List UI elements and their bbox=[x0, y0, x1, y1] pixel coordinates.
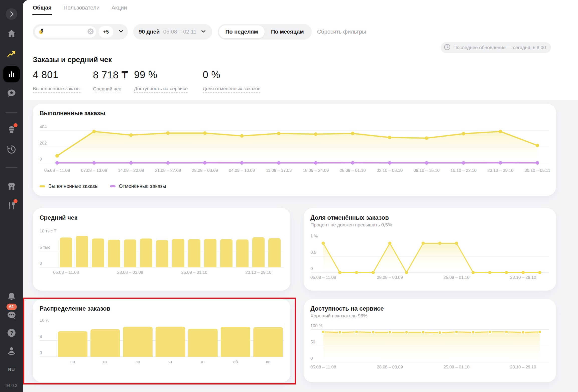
svg-text:28.08 – 03.09: 28.08 – 03.09 bbox=[377, 275, 403, 280]
sidebar-expand-button[interactable] bbox=[0, 6, 23, 22]
microphone-person-icon bbox=[7, 346, 16, 355]
period-range: 05.08 – 02.11 bbox=[163, 29, 197, 35]
stat-label[interactable]: Средний чек bbox=[93, 86, 121, 93]
chat-star-icon bbox=[7, 88, 16, 98]
tab-general[interactable]: Общая bbox=[33, 5, 52, 15]
stat-label[interactable]: Доля отменённых заказов bbox=[203, 86, 260, 93]
svg-text:05.08 – 11.08: 05.08 – 11.08 bbox=[310, 365, 336, 369]
svg-text:14.08 – 20.08: 14.08 – 20.08 bbox=[118, 168, 144, 173]
bell-icon bbox=[7, 292, 16, 301]
home-icon bbox=[7, 29, 16, 38]
sidebar-item-notifications[interactable] bbox=[0, 289, 23, 305]
sidebar-item-trends[interactable] bbox=[0, 46, 23, 62]
svg-text:вс: вс bbox=[266, 359, 270, 364]
svg-text:16 %: 16 % bbox=[40, 318, 49, 323]
version-label: 94.0.3 bbox=[6, 383, 17, 388]
sidebar-divider-2 bbox=[6, 167, 17, 168]
card-completed-orders: Выполненные заказы 404202005.08 – 11.080… bbox=[33, 104, 556, 196]
stat-value: 0 % bbox=[203, 69, 260, 80]
svg-text:8: 8 bbox=[40, 334, 42, 339]
legend-yellow-dash-icon bbox=[40, 185, 45, 187]
svg-text:вт: вт bbox=[103, 359, 107, 364]
svg-text:5 тыс: 5 тыс bbox=[40, 245, 50, 250]
svg-text:100 %: 100 % bbox=[310, 323, 322, 328]
chart-legend: Выполненные заказы Отменённые заказы bbox=[40, 183, 166, 189]
tab-users[interactable]: Пользователи bbox=[64, 5, 100, 15]
question-icon: ? bbox=[7, 328, 17, 338]
messages-count-badge: 61 bbox=[7, 304, 17, 310]
svg-text:0: 0 bbox=[310, 356, 313, 361]
last-update-text: Последнее обновление — сегодня, в 8:00 bbox=[453, 45, 546, 50]
main-content: Общая Пользователи Акции +5 90 дней 05.0… bbox=[23, 0, 578, 392]
svg-text:23.10 – 29.10: 23.10 – 29.10 bbox=[488, 168, 514, 173]
vendor-more-chip[interactable]: +5 bbox=[98, 26, 113, 38]
vendor-filter[interactable]: +5 bbox=[33, 24, 128, 40]
svg-text:02.10 – 08.10: 02.10 – 08.10 bbox=[377, 168, 403, 173]
svg-text:чт: чт bbox=[168, 359, 173, 364]
svg-text:404: 404 bbox=[40, 124, 47, 129]
svg-text:50: 50 bbox=[310, 340, 315, 344]
granularity-toggle: По неделям По месяцам bbox=[218, 24, 312, 40]
tab-bar: Общая Пользователи Акции bbox=[33, 5, 127, 15]
last-update-badge: Последнее обновление — сегодня, в 8:00 bbox=[441, 42, 551, 53]
svg-text:30.10 – 05.11: 30.10 – 05.11 bbox=[525, 168, 550, 173]
svg-text:0: 0 bbox=[40, 350, 42, 355]
svg-text:0: 0 bbox=[310, 266, 313, 271]
svg-text:05.08 – 11.08: 05.08 – 11.08 bbox=[310, 275, 336, 280]
stat-completed-orders: 4 801 Выполненные заказы bbox=[33, 69, 80, 93]
stat-average-check: 8 718 ₸ Средний чек bbox=[93, 69, 128, 93]
completed-orders-chart: 404202005.08 – 11.0807.08 – 13.0814.08 –… bbox=[33, 104, 556, 196]
toggle-by-week[interactable]: По неделям bbox=[219, 25, 265, 38]
sidebar-divider bbox=[6, 112, 17, 113]
period-filter[interactable]: 90 дней 05.08 – 02.11 bbox=[133, 24, 212, 40]
stat-value: 4 801 bbox=[33, 69, 80, 80]
svg-text:10 тыс ₸: 10 тыс ₸ bbox=[40, 229, 57, 233]
reset-filters-button[interactable]: Сбросить фильтры bbox=[317, 29, 366, 35]
svg-text:25.09 – 01.10: 25.09 – 01.10 bbox=[181, 270, 207, 275]
sidebar-version: 94.0.3 bbox=[0, 378, 23, 392]
sidebar-item-restaurant[interactable] bbox=[0, 198, 23, 214]
vendor-chevron-down-icon bbox=[118, 28, 124, 36]
sidebar-item-orders[interactable] bbox=[0, 121, 23, 137]
card-cancelled-share: Доля отменённых заказов Процент не долже… bbox=[304, 208, 556, 291]
toggle-by-month[interactable]: По месяцам bbox=[265, 25, 310, 38]
period-chevron-down-icon bbox=[200, 28, 207, 36]
legend-purple-dash-icon bbox=[110, 185, 115, 187]
sidebar-language-switch[interactable]: RU bbox=[0, 362, 23, 378]
svg-text:0: 0 bbox=[40, 157, 42, 162]
svg-text:18.09 – 24.09: 18.09 – 24.09 bbox=[303, 168, 329, 173]
vendor-avatar-icon bbox=[38, 28, 45, 36]
clear-vendor-icon[interactable] bbox=[87, 28, 94, 36]
card-average-check: Средний чек 10 тыс ₸5 тыс005.08 – 11.082… bbox=[33, 208, 290, 291]
orders-notification-dot bbox=[14, 123, 18, 127]
svg-text:11.09 – 17.09: 11.09 – 17.09 bbox=[266, 168, 292, 173]
sidebar-item-shop[interactable] bbox=[0, 178, 23, 194]
cancelled-share-chart: 1 %0.5005.08 – 11.0828.08 – 03.0925.09 –… bbox=[304, 208, 556, 291]
svg-text:25.09 – 01.10: 25.09 – 01.10 bbox=[443, 275, 470, 280]
legend-cancelled: Отменённые заказы bbox=[110, 183, 166, 189]
restaurant-notification-dot bbox=[14, 199, 18, 203]
svg-text:05.08 – 11.08: 05.08 – 11.08 bbox=[53, 270, 79, 275]
history-clock-icon bbox=[7, 145, 16, 154]
sidebar-item-statistics-active[interactable] bbox=[0, 66, 23, 82]
sidebar-item-history[interactable] bbox=[0, 142, 23, 158]
sidebar-item-support[interactable] bbox=[0, 343, 23, 359]
sidebar-item-messages[interactable]: 61 bbox=[0, 307, 23, 323]
card-availability: Доступность на сервисе Хороший показател… bbox=[304, 299, 556, 382]
svg-text:28.08 – 03.09: 28.08 – 03.09 bbox=[192, 168, 218, 173]
period-label: 90 дней bbox=[139, 29, 160, 35]
vendor-selected-chip[interactable] bbox=[35, 26, 96, 38]
bar-chart-icon bbox=[3, 66, 20, 82]
svg-text:ср: ср bbox=[136, 359, 140, 364]
svg-text:23.10 – 29.10: 23.10 – 29.10 bbox=[246, 270, 272, 275]
stat-label[interactable]: Доступность на сервисе bbox=[134, 86, 188, 93]
stat-value: 99 % bbox=[134, 69, 188, 80]
stat-label[interactable]: Выполненные заказы bbox=[33, 86, 80, 93]
sidebar-item-help[interactable]: ? bbox=[0, 325, 23, 341]
tab-promotions[interactable]: Акции bbox=[111, 5, 127, 15]
svg-text:0: 0 bbox=[40, 261, 42, 266]
filter-bar: +5 90 дней 05.08 – 02.11 По неделям По м… bbox=[33, 24, 366, 40]
sidebar-item-reviews[interactable] bbox=[0, 85, 23, 101]
svg-text:21.08 – 27.08: 21.08 – 27.08 bbox=[155, 168, 181, 173]
sidebar-item-home[interactable] bbox=[0, 26, 23, 42]
